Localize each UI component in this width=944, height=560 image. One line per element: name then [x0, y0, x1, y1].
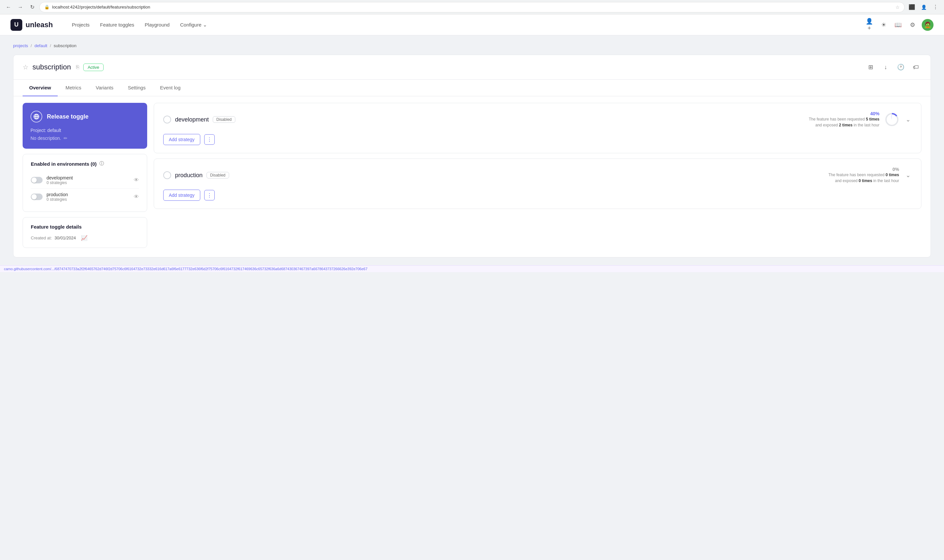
breadcrumb-default[interactable]: default: [34, 43, 47, 48]
archive-button[interactable]: ↓: [880, 62, 891, 73]
refresh-button[interactable]: ↻: [28, 3, 37, 12]
feature-title-area: ☆ subscription ⎘ Active: [23, 63, 865, 71]
dev-status-circle: [163, 115, 171, 123]
release-icon: [31, 111, 42, 123]
dev-usage-text: The feature has been requested 5 timesan…: [809, 116, 879, 128]
eye-icon-development[interactable]: 👁: [134, 177, 139, 183]
logo-text: unleash: [26, 21, 53, 29]
release-desc: No description. ✏: [31, 135, 139, 141]
tab-metrics[interactable]: Metrics: [59, 80, 88, 96]
env-row-development: development 0 strategies 👁: [31, 172, 139, 189]
top-nav: U unleash Projects Feature toggles Playg…: [0, 14, 944, 35]
prod-usage-text: The feature has been requested 0 timesan…: [828, 172, 899, 184]
star-icon[interactable]: ☆: [23, 63, 29, 71]
profile-button[interactable]: ⬛: [907, 3, 916, 12]
status-bar: camo.githubusercontent.com/.../687474707…: [0, 265, 944, 272]
feature-details-card: Feature toggle details Created at: 30/01…: [23, 217, 147, 248]
active-badge: Active: [83, 63, 103, 71]
add-user-button[interactable]: 👤+: [864, 20, 875, 30]
dev-disabled-badge: Disabled: [213, 116, 235, 123]
env-info-production: production 0 strategies: [46, 192, 130, 202]
tag-button[interactable]: 🏷: [910, 62, 921, 73]
prod-percentage: 0%: [828, 167, 899, 172]
left-panel: Release toggle Project: default No descr…: [23, 103, 147, 248]
back-button[interactable]: ←: [4, 3, 13, 12]
env-strategies-development: 0 strategies: [46, 180, 130, 185]
avatar-button[interactable]: 👤: [919, 3, 928, 12]
address-bar[interactable]: 🔒 localhost:4242/projects/default/featur…: [39, 2, 905, 12]
release-title: Release toggle: [47, 113, 88, 120]
nav-feature-toggles[interactable]: Feature toggles: [96, 19, 139, 30]
tab-overview[interactable]: Overview: [23, 80, 58, 96]
dev-env-header: development Disabled 40% The feature has…: [163, 111, 912, 128]
dev-pie-chart: [885, 112, 899, 127]
breadcrumb-sep-1: /: [31, 43, 32, 48]
url-text: localhost:4242/projects/default/features…: [52, 5, 893, 9]
add-environment-button[interactable]: ⊞: [865, 62, 876, 73]
docs-button[interactable]: 📖: [893, 20, 903, 30]
tab-event-log[interactable]: Event log: [153, 80, 187, 96]
edit-description-icon[interactable]: ✏: [63, 135, 68, 141]
nav-projects[interactable]: Projects: [67, 19, 94, 30]
feature-header: ☆ subscription ⎘ Active ⊞ ↓ 🕐 🏷: [14, 55, 930, 80]
dev-percentage: 40%: [809, 111, 879, 116]
avatar[interactable]: 🧟: [922, 19, 933, 31]
settings-button[interactable]: ⚙: [907, 20, 918, 30]
release-toggle-card: Release toggle Project: default No descr…: [23, 103, 147, 149]
env-name-production: production: [46, 192, 130, 197]
status-url: camo.githubusercontent.com/.../687474707…: [4, 267, 367, 271]
theme-button[interactable]: ☀: [878, 20, 889, 30]
nav-configure[interactable]: Configure ⌄: [175, 19, 211, 31]
dev-env-body: Add strategy ⋮: [163, 134, 912, 145]
menu-button[interactable]: ⋮: [931, 3, 940, 12]
prod-expand-button[interactable]: ⌄: [904, 170, 912, 180]
dev-usage-area: 40% The feature has been requested 5 tim…: [809, 111, 879, 128]
feature-card: ☆ subscription ⎘ Active ⊞ ↓ 🕐 🏷 Overview…: [13, 55, 931, 257]
breadcrumb: projects / default / subscription: [13, 43, 931, 48]
prod-env-name: production: [175, 172, 202, 179]
right-panel: development Disabled 40% The feature has…: [154, 103, 921, 248]
copy-icon[interactable]: ⎘: [76, 64, 79, 70]
env-strategies-production: 0 strategies: [46, 197, 130, 202]
dev-expand-button[interactable]: ⌄: [904, 115, 912, 125]
development-toggle[interactable]: [31, 177, 43, 183]
forward-button[interactable]: →: [16, 3, 25, 12]
release-meta: Project: default: [31, 128, 139, 133]
help-icon[interactable]: ⓘ: [99, 161, 104, 167]
breadcrumb-current: subscription: [54, 43, 76, 48]
production-env-section: production Disabled 0% The feature has b…: [154, 158, 921, 209]
history-button[interactable]: 🕐: [895, 62, 906, 73]
content-grid: Release toggle Project: default No descr…: [14, 96, 930, 257]
details-title: Feature toggle details: [31, 224, 139, 229]
browser-chrome: ← → ↻ 🔒 localhost:4242/projects/default/…: [0, 0, 944, 14]
dev-add-strategy-button[interactable]: Add strategy: [163, 134, 200, 145]
tabs-row: Overview Metrics Variants Settings Event…: [14, 80, 930, 96]
production-toggle[interactable]: [31, 194, 43, 200]
main-content: projects / default / subscription ☆ subs…: [0, 35, 944, 265]
lock-icon: 🔒: [44, 5, 49, 9]
dev-env-right: 40% The feature has been requested 5 tim…: [809, 111, 912, 128]
nav-links: Projects Feature toggles Playground Conf…: [67, 19, 212, 31]
breadcrumb-projects[interactable]: projects: [13, 43, 28, 48]
eye-icon-production[interactable]: 👁: [134, 194, 139, 200]
env-card-header: Enabled in environments (0) ⓘ: [31, 161, 139, 167]
release-project: Project: default: [31, 128, 61, 133]
tab-variants[interactable]: Variants: [89, 80, 120, 96]
prod-add-strategy-button[interactable]: Add strategy: [163, 189, 200, 201]
browser-actions: ⬛ 👤 ⋮: [907, 3, 940, 12]
dev-more-button[interactable]: ⋮: [204, 134, 215, 145]
development-env-section: development Disabled 40% The feature has…: [154, 103, 921, 153]
bookmark-icon: ☆: [896, 5, 900, 10]
env-name-development: development: [46, 175, 130, 180]
created-at-value: 30/01/2024: [54, 235, 76, 240]
prod-more-button[interactable]: ⋮: [204, 190, 215, 200]
prod-env-body: Add strategy ⋮: [163, 189, 912, 201]
activity-icon: 📈: [81, 235, 88, 241]
env-card-title: Enabled in environments (0): [31, 161, 97, 167]
prod-usage-area: 0% The feature has been requested 0 time…: [828, 167, 899, 184]
tab-settings[interactable]: Settings: [121, 80, 152, 96]
toggle-knob: [31, 177, 37, 183]
nav-playground[interactable]: Playground: [140, 19, 174, 30]
avatar-image: 🧟: [922, 19, 933, 31]
env-info-development: development 0 strategies: [46, 175, 130, 185]
